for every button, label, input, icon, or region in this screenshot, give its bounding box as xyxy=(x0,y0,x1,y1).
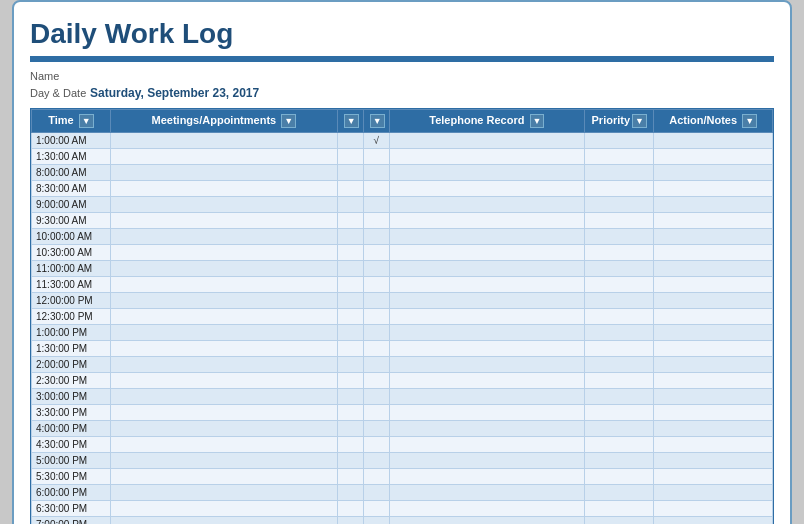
cell-telephone[interactable] xyxy=(389,293,585,309)
cell-chk1[interactable] xyxy=(337,181,363,197)
cell-chk1[interactable] xyxy=(337,501,363,517)
cell-action[interactable] xyxy=(654,357,773,373)
cell-meetings[interactable] xyxy=(110,197,337,213)
cell-meetings[interactable] xyxy=(110,309,337,325)
cell-chk1[interactable] xyxy=(337,469,363,485)
cell-telephone[interactable] xyxy=(389,213,585,229)
cell-chk2[interactable] xyxy=(363,309,389,325)
cell-chk2[interactable] xyxy=(363,149,389,165)
cell-chk1[interactable] xyxy=(337,277,363,293)
cell-priority[interactable] xyxy=(585,213,654,229)
chk2-dropdown-icon[interactable]: ▼ xyxy=(370,114,385,128)
cell-priority[interactable] xyxy=(585,405,654,421)
action-dropdown-icon[interactable]: ▼ xyxy=(742,114,757,128)
cell-chk1[interactable] xyxy=(337,309,363,325)
cell-action[interactable] xyxy=(654,261,773,277)
cell-telephone[interactable] xyxy=(389,229,585,245)
cell-meetings[interactable] xyxy=(110,133,337,149)
cell-meetings[interactable] xyxy=(110,453,337,469)
cell-chk1[interactable] xyxy=(337,293,363,309)
cell-meetings[interactable] xyxy=(110,325,337,341)
cell-priority[interactable] xyxy=(585,261,654,277)
col-header-chk1[interactable]: ▼ xyxy=(337,110,363,133)
cell-chk2[interactable] xyxy=(363,485,389,501)
cell-priority[interactable] xyxy=(585,373,654,389)
cell-action[interactable] xyxy=(654,421,773,437)
chk1-dropdown-icon[interactable]: ▼ xyxy=(344,114,359,128)
cell-telephone[interactable] xyxy=(389,469,585,485)
priority-dropdown-icon[interactable]: ▼ xyxy=(632,114,647,128)
cell-action[interactable] xyxy=(654,325,773,341)
cell-chk2[interactable] xyxy=(363,469,389,485)
cell-meetings[interactable] xyxy=(110,469,337,485)
cell-telephone[interactable] xyxy=(389,149,585,165)
cell-action[interactable] xyxy=(654,517,773,525)
cell-chk1[interactable] xyxy=(337,133,363,149)
cell-priority[interactable] xyxy=(585,133,654,149)
cell-action[interactable] xyxy=(654,181,773,197)
cell-meetings[interactable] xyxy=(110,261,337,277)
cell-action[interactable] xyxy=(654,341,773,357)
cell-chk2[interactable] xyxy=(363,181,389,197)
cell-priority[interactable] xyxy=(585,229,654,245)
cell-action[interactable] xyxy=(654,453,773,469)
cell-action[interactable] xyxy=(654,133,773,149)
cell-telephone[interactable] xyxy=(389,501,585,517)
cell-telephone[interactable] xyxy=(389,485,585,501)
cell-telephone[interactable] xyxy=(389,389,585,405)
cell-action[interactable] xyxy=(654,213,773,229)
cell-action[interactable] xyxy=(654,501,773,517)
cell-priority[interactable] xyxy=(585,325,654,341)
cell-priority[interactable] xyxy=(585,245,654,261)
cell-chk1[interactable] xyxy=(337,405,363,421)
cell-action[interactable] xyxy=(654,245,773,261)
cell-meetings[interactable] xyxy=(110,437,337,453)
cell-priority[interactable] xyxy=(585,165,654,181)
cell-chk2[interactable] xyxy=(363,229,389,245)
cell-chk1[interactable] xyxy=(337,197,363,213)
cell-meetings[interactable] xyxy=(110,405,337,421)
cell-chk1[interactable] xyxy=(337,373,363,389)
cell-telephone[interactable] xyxy=(389,133,585,149)
cell-meetings[interactable] xyxy=(110,341,337,357)
cell-chk2[interactable] xyxy=(363,501,389,517)
telephone-dropdown-icon[interactable]: ▼ xyxy=(530,114,545,128)
cell-meetings[interactable] xyxy=(110,213,337,229)
cell-priority[interactable] xyxy=(585,389,654,405)
cell-meetings[interactable] xyxy=(110,357,337,373)
cell-chk2[interactable] xyxy=(363,197,389,213)
time-dropdown-icon[interactable]: ▼ xyxy=(79,114,94,128)
cell-chk1[interactable] xyxy=(337,421,363,437)
cell-meetings[interactable] xyxy=(110,373,337,389)
cell-chk2[interactable] xyxy=(363,261,389,277)
cell-chk1[interactable] xyxy=(337,437,363,453)
cell-telephone[interactable] xyxy=(389,437,585,453)
cell-chk2[interactable] xyxy=(363,357,389,373)
cell-telephone[interactable] xyxy=(389,277,585,293)
cell-chk1[interactable] xyxy=(337,453,363,469)
cell-action[interactable] xyxy=(654,309,773,325)
cell-priority[interactable] xyxy=(585,485,654,501)
cell-chk2[interactable] xyxy=(363,293,389,309)
cell-priority[interactable] xyxy=(585,421,654,437)
cell-telephone[interactable] xyxy=(389,309,585,325)
cell-meetings[interactable] xyxy=(110,293,337,309)
cell-chk1[interactable] xyxy=(337,245,363,261)
cell-chk1[interactable] xyxy=(337,341,363,357)
col-header-time[interactable]: Time ▼ xyxy=(32,110,111,133)
cell-meetings[interactable] xyxy=(110,245,337,261)
cell-telephone[interactable] xyxy=(389,245,585,261)
cell-action[interactable] xyxy=(654,165,773,181)
cell-telephone[interactable] xyxy=(389,453,585,469)
cell-priority[interactable] xyxy=(585,357,654,373)
cell-chk1[interactable] xyxy=(337,357,363,373)
col-header-meetings[interactable]: Meetings/Appointments ▼ xyxy=(110,110,337,133)
cell-priority[interactable] xyxy=(585,149,654,165)
col-header-action[interactable]: Action/Notes ▼ xyxy=(654,110,773,133)
col-header-telephone[interactable]: Telephone Record ▼ xyxy=(389,110,585,133)
cell-priority[interactable] xyxy=(585,293,654,309)
cell-meetings[interactable] xyxy=(110,181,337,197)
cell-meetings[interactable] xyxy=(110,165,337,181)
cell-action[interactable] xyxy=(654,197,773,213)
cell-meetings[interactable] xyxy=(110,421,337,437)
